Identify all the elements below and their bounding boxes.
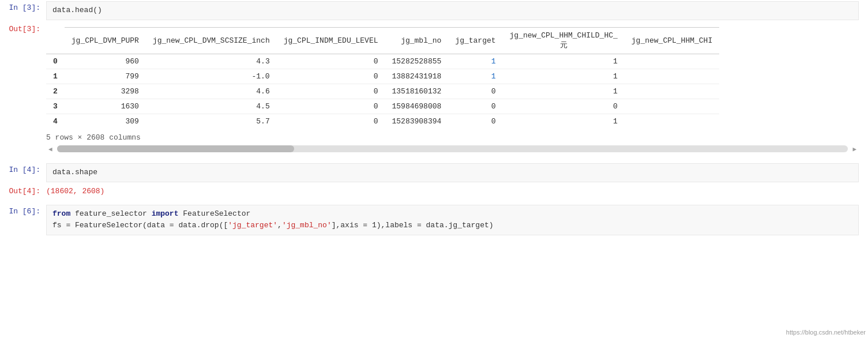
cell-4-7 (625, 114, 719, 129)
code-module: feature_selector (75, 209, 152, 218)
code-line-2: fs = FeatureSelector(data = data.drop(['… (52, 220, 852, 232)
cell-3-7 (625, 99, 719, 114)
prompt-in6: In [6]: (0, 205, 46, 216)
cell-1-7 (625, 69, 719, 84)
scroll-right-arrow[interactable]: ▶ (850, 144, 859, 154)
output-out3: jg_CPL_DVM_PUPR jg_new_CPL_DVM_SCSIZE_in… (46, 22, 859, 156)
table-row: 0 960 4.3 0 15282528855 1 1 (46, 54, 719, 69)
code-in6[interactable]: from feature_selector import FeatureSele… (46, 205, 859, 236)
cell-out4: Out[4]: (18602, 2608) (0, 183, 868, 199)
row-index-4: 4 (46, 114, 65, 129)
cell-4-6: 1 (503, 114, 625, 129)
row-index-0: 0 (46, 54, 65, 69)
cell-out3: Out[3]: jg_CPL_DVM_PUPR jg_new_CPL_DVM_S… (0, 21, 868, 157)
prompt-out4: Out[4]: (0, 185, 46, 196)
cell-4-4: 15283908394 (385, 114, 449, 129)
th-col7: jg_new_CPL_HHM_CHI (625, 27, 719, 54)
rows-info: 5 rows × 2608 columns (46, 133, 859, 142)
cell-in4: In [4]: data.shape (0, 162, 868, 183)
code-line-1: from feature_selector import FeatureSele… (52, 208, 852, 220)
cell-2-3: 0 (277, 84, 385, 99)
cell-2-7 (625, 84, 719, 99)
scrollbar-track[interactable] (57, 145, 848, 152)
cell-1-2: -1.0 (146, 69, 277, 84)
keyword-import: import (152, 209, 179, 218)
code-text-in3: data.head() (52, 6, 102, 14)
table-row: 3 1630 4.5 0 15984698008 0 0 (46, 99, 719, 114)
cell-2-2: 4.6 (146, 84, 277, 99)
cell-0-7 (625, 54, 719, 69)
prompt-in3: In [3]: (0, 1, 46, 12)
code-str1: 'jg_target' (228, 221, 277, 230)
cell-3-2: 4.5 (146, 99, 277, 114)
cell-3-3: 0 (277, 99, 385, 114)
cell-3-5: 0 (448, 99, 502, 114)
cell-1-3: 0 (277, 69, 385, 84)
cell-2-5: 0 (448, 84, 502, 99)
code-str2: 'jg_mbl_no' (282, 221, 332, 230)
cell-3-1: 1630 (65, 99, 146, 114)
notebook: In [3]: data.head() Out[3]: jg_CPL_DVM_P… (0, 0, 868, 236)
cell-0-3: 0 (277, 54, 385, 69)
code-text-in4: data.shape (52, 168, 97, 176)
table-row: 2 3298 4.6 0 13518160132 0 1 (46, 84, 719, 99)
code-in4[interactable]: data.shape (46, 163, 859, 182)
cell-in3: In [3]: data.head() (0, 0, 868, 21)
cell-in6: In [6]: from feature_selector import Fea… (0, 204, 868, 237)
cell-0-2: 4.3 (146, 54, 277, 69)
scrollbar-thumb[interactable] (57, 145, 295, 152)
row-index-2: 2 (46, 84, 65, 99)
prompt-out3: Out[3]: (0, 22, 46, 33)
code-rest: ],axis = 1),labels = data.jg_target) (332, 221, 494, 230)
cell-1-1: 799 (65, 69, 146, 84)
th-col4: jg_mbl_no (385, 27, 449, 54)
cell-2-1: 3298 (65, 84, 146, 99)
code-comma1: , (277, 221, 282, 230)
code-fs-assign: fs = FeatureSelector(data = data.drop([ (52, 221, 228, 230)
th-col2: jg_new_CPL_DVM_SCSIZE_inch (146, 27, 277, 54)
cell-3-4: 15984698008 (385, 99, 449, 114)
scrollbar-row[interactable]: ◀ ▶ (46, 144, 859, 154)
cell-1-4: 13882431918 (385, 69, 449, 84)
output-out4: (18602, 2608) (46, 185, 859, 198)
cell-2-6: 1 (503, 84, 625, 99)
dataframe-container[interactable]: jg_CPL_DVM_PUPR jg_new_CPL_DVM_SCSIZE_in… (46, 27, 859, 129)
cell-0-5: 1 (448, 54, 502, 69)
row-index-3: 3 (46, 99, 65, 114)
cell-1-6: 1 (503, 69, 625, 84)
table-row: 1 799 -1.0 0 13882431918 1 1 (46, 69, 719, 84)
th-col3: jg_CPL_INDM_EDU_LEVEL (277, 27, 385, 54)
dataframe-table: jg_CPL_DVM_PUPR jg_new_CPL_DVM_SCSIZE_in… (46, 27, 719, 129)
cell-2-4: 13518160132 (385, 84, 449, 99)
keyword-from: from (52, 209, 70, 218)
table-row: 4 309 5.7 0 15283908394 0 1 (46, 114, 719, 129)
code-class: FeatureSelector (183, 209, 250, 218)
cell-4-1: 309 (65, 114, 146, 129)
row-index-1: 1 (46, 69, 65, 84)
cell-3-6: 0 (503, 99, 625, 114)
cell-4-2: 5.7 (146, 114, 277, 129)
cell-1-5: 1 (448, 69, 502, 84)
th-index-placeholder (46, 27, 65, 54)
scroll-left-arrow[interactable]: ◀ (46, 144, 55, 154)
th-col5: jg_target (448, 27, 502, 54)
cell-4-3: 0 (277, 114, 385, 129)
shape-output: (18602, 2608) (46, 186, 104, 197)
cell-0-1: 960 (65, 54, 146, 69)
code-in3[interactable]: data.head() (46, 1, 859, 20)
prompt-in4: In [4]: (0, 163, 46, 174)
th-col6: jg_new_CPL_HHM_CHILD_HC_元 (503, 27, 625, 54)
cell-0-4: 15282528855 (385, 54, 449, 69)
th-col1: jg_CPL_DVM_PUPR (65, 27, 146, 54)
cell-0-6: 1 (503, 54, 625, 69)
cell-4-5: 0 (448, 114, 502, 129)
